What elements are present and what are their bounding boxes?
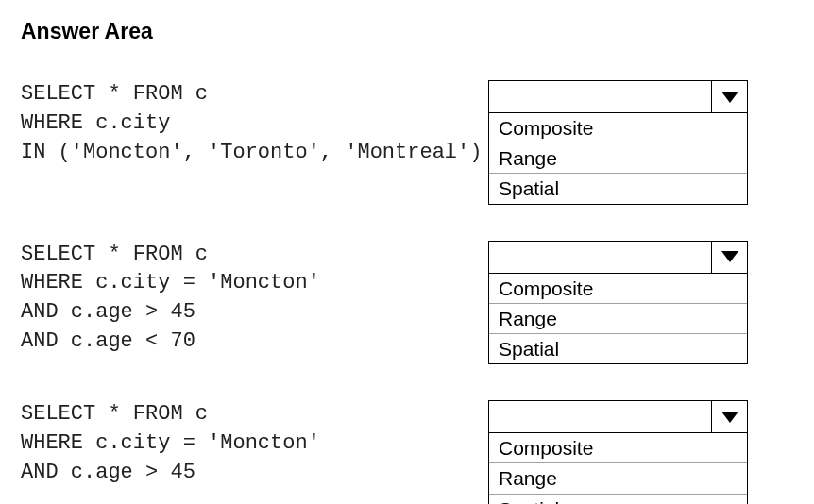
answer-content: SELECT * FROM c WHERE c.city IN ('Moncto… <box>21 80 793 504</box>
dropdown-option[interactable]: Composite <box>489 113 747 143</box>
dropdown-option[interactable]: Composite <box>489 274 747 303</box>
dropdown-option[interactable]: Composite <box>489 433 747 462</box>
dropdown-1: Composite Range Spatial <box>488 80 748 205</box>
dropdown-options-3: Composite Range Spatial <box>489 433 747 504</box>
dropdown-option[interactable]: Spatial <box>489 494 747 505</box>
question-row-2: SELECT * FROM c WHERE c.city = 'Moncton'… <box>21 241 793 365</box>
chevron-down-icon[interactable] <box>711 81 747 112</box>
dropdown-header-2[interactable] <box>489 242 747 274</box>
question-row-3: SELECT * FROM c WHERE c.city = 'Moncton'… <box>21 400 793 504</box>
chevron-down-icon[interactable] <box>711 401 747 432</box>
dropdown-2: Composite Range Spatial <box>488 241 748 365</box>
dropdown-option[interactable]: Spatial <box>489 173 747 203</box>
dropdown-3: Composite Range Spatial <box>488 400 748 504</box>
page-title: Answer Area <box>21 19 793 44</box>
svg-marker-0 <box>721 92 738 103</box>
dropdown-header-3[interactable] <box>489 401 747 433</box>
query-text-2: SELECT * FROM c WHERE c.city = 'Moncton'… <box>21 241 488 357</box>
dropdown-options-2: Composite Range Spatial <box>489 274 747 364</box>
dropdown-option[interactable]: Range <box>489 143 747 173</box>
chevron-down-icon[interactable] <box>711 242 747 273</box>
query-text-1: SELECT * FROM c WHERE c.city IN ('Moncto… <box>21 80 488 167</box>
svg-marker-1 <box>721 251 738 262</box>
dropdown-header-1[interactable] <box>489 81 747 113</box>
dropdown-options-1: Composite Range Spatial <box>489 113 747 204</box>
question-row-1: SELECT * FROM c WHERE c.city IN ('Moncto… <box>21 80 793 205</box>
query-text-3: SELECT * FROM c WHERE c.city = 'Moncton'… <box>21 400 488 487</box>
dropdown-option[interactable]: Range <box>489 303 747 333</box>
dropdown-option[interactable]: Spatial <box>489 333 747 363</box>
dropdown-option[interactable]: Range <box>489 462 747 493</box>
svg-marker-2 <box>721 412 738 423</box>
